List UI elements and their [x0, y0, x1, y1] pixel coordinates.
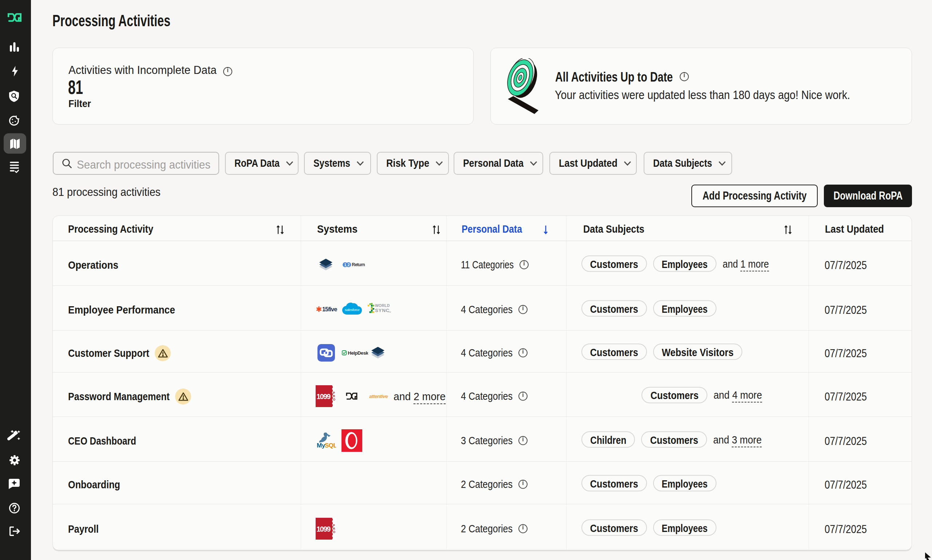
svg-text:O: O — [333, 530, 336, 534]
svg-text:attentive: attentive — [369, 394, 388, 399]
svg-text:1: 1 — [345, 263, 347, 267]
svg-text:SYNC: SYNC — [375, 308, 389, 313]
svg-text:1099: 1099 — [317, 525, 331, 533]
svg-text:HelpDesk: HelpDesk — [348, 350, 368, 356]
svg-text:2: 2 — [348, 263, 350, 267]
svg-text:My: My — [317, 442, 326, 449]
svg-text:Return: Return — [352, 262, 365, 267]
svg-text:WORLD: WORLD — [375, 303, 390, 308]
svg-text:salesforce: salesforce — [345, 308, 359, 312]
svg-text:SQL: SQL — [325, 442, 336, 449]
svg-text:1099: 1099 — [317, 392, 331, 400]
svg-text:TM: TM — [388, 311, 391, 313]
svg-text:15five: 15five — [322, 306, 337, 312]
svg-text:O: O — [333, 398, 336, 401]
